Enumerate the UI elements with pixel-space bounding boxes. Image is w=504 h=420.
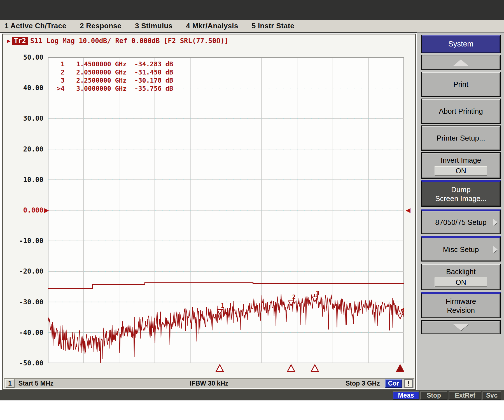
marker-table: 1 1.4500000 GHz -34.283 dB 2 2.0500000 G… — [57, 60, 173, 93]
y-axis-label: 10.00 — [6, 176, 43, 184]
softkey-label: Backlight — [446, 267, 476, 276]
trace-header-text: S11 Log Mag 10.00dB/ Ref 0.000dB [F2 SRL… — [30, 37, 228, 45]
plot-svg: 1234 — [48, 57, 404, 377]
marker-axis-triangle-icon — [288, 365, 295, 372]
y-axis-label: -30.00 — [6, 298, 43, 306]
marker-readout-row: >4 3.0000000 GHz -35.756 dB — [57, 85, 173, 93]
softkey-invert-image[interactable]: Invert ImageON — [421, 152, 501, 179]
softkey-87050-75-setup[interactable]: 87050/75 Setup — [421, 209, 501, 234]
softkey-scroll-up[interactable] — [421, 55, 501, 70]
trace-header: ▶ Tr2 S11 Log Mag 10.00dB/ Ref 0.000dB [… — [7, 37, 228, 45]
lcd-status-bar: 1 Start 5 MHz IFBW 30 kHz Stop 3 GHz Cor… — [4, 378, 414, 388]
menu-item[interactable]: 2 Response — [80, 22, 122, 30]
marker-axis-triangle-icon — [396, 365, 404, 372]
menu-item[interactable]: 1 Active Ch/Trace — [4, 22, 66, 30]
y-axis-label: 50.00 — [6, 53, 43, 62]
softkey-label: 87050/75 Setup — [435, 218, 487, 227]
status-cell-svc: Svc — [482, 391, 501, 400]
marker-number-label: 4 — [401, 307, 404, 314]
softkey-label: Screen Image... — [435, 194, 487, 203]
softkey-misc-setup[interactable]: Misc Setup — [421, 236, 501, 262]
y-axis-label: -20.00 — [6, 267, 43, 276]
marker-number-label: 1 — [221, 302, 225, 309]
softkey-print[interactable]: Print — [421, 72, 501, 97]
y-axis-label: -50.00 — [6, 359, 43, 367]
y-axis-label: 40.00 — [6, 84, 43, 92]
submenu-arrow-icon — [493, 246, 498, 253]
top-dark-strip — [0, 0, 504, 20]
marker-number-label: 2 — [292, 294, 296, 300]
y-axis-label: -10.00 — [6, 237, 43, 245]
y-axis-label: 20.00 — [6, 145, 43, 153]
lcd-screen: ▶ Tr2 S11 Log Mag 10.00dB/ Ref 0.000dB [… — [2, 34, 416, 390]
ref-level-right-arrow-icon: ◀ — [406, 206, 410, 214]
softkey-dump-screen-image[interactable]: DumpScreen Image... — [421, 180, 501, 207]
softkey-label: Misc Setup — [443, 245, 479, 254]
toggle-state: ON — [435, 166, 487, 176]
softkey-label: Printer Setup... — [437, 134, 485, 143]
softkey-scroll-down[interactable] — [421, 320, 501, 334]
softkey-abort-printing[interactable]: Abort Printing — [421, 99, 501, 124]
marker-readout-row: 2 2.0500000 GHz -31.450 dB — [57, 68, 173, 76]
instrument-window: 1 Active Ch/Trace2 Response3 Stimulus4 M… — [0, 0, 504, 420]
y-axis-label: -40.00 — [6, 328, 43, 337]
softkey-system[interactable]: System — [421, 35, 501, 53]
marker-readout-row: 3 2.2500000 GHz -30.178 dB — [57, 76, 173, 85]
marker-number-label: 3 — [316, 290, 319, 297]
ifbw-label: IFBW 30 kHz — [4, 380, 414, 387]
y-axis-label: 0.000 — [6, 206, 43, 214]
status-cell-meas: Meas — [393, 391, 419, 400]
marker-readout-row: 1 1.4500000 GHz -34.283 dB — [57, 60, 173, 68]
softkey-panel: SystemPrintAbort PrintingPrinter Setup..… — [417, 32, 504, 390]
softkey-label: Revision — [447, 306, 475, 315]
active-trace-arrow-icon: ▶ — [7, 38, 11, 44]
marker-axis-triangle-icon — [216, 365, 223, 372]
up-arrow-icon — [453, 59, 468, 66]
softkey-label: Firmware — [446, 297, 476, 306]
softkey-label: Abort Printing — [439, 107, 483, 116]
menu-bar: 1 Active Ch/Trace2 Response3 Stimulus4 M… — [0, 20, 504, 33]
softkey-backlight[interactable]: BacklightON — [421, 264, 501, 290]
system-status-bar: MeasStopExtRefSvc — [0, 390, 504, 400]
menu-item[interactable]: 3 Stimulus — [135, 22, 172, 30]
softkey-label: Invert Image — [441, 156, 481, 165]
ref-level-left-arrow-icon: ▶ — [44, 206, 49, 214]
down-arrow-icon — [453, 324, 468, 331]
toggle-state: ON — [435, 277, 487, 287]
menu-item[interactable]: 4 Mkr/Analysis — [186, 22, 238, 30]
softkey-label: Print — [453, 80, 468, 89]
status-cell-extref: ExtRef — [449, 391, 481, 400]
marker-axis-triangle-icon — [311, 365, 318, 372]
trace-label-chip: Tr2 — [12, 37, 28, 45]
softkey-printer-setup[interactable]: Printer Setup... — [421, 125, 501, 151]
menu-item[interactable]: 5 Instr State — [252, 22, 295, 30]
submenu-arrow-icon — [493, 219, 498, 226]
y-axis-label: 30.00 — [6, 114, 43, 123]
status-cell-stop: Stop — [420, 391, 447, 400]
softkey-firmware-revision[interactable]: FirmwareRevision — [421, 292, 501, 318]
softkey-label: Dump — [451, 185, 470, 194]
